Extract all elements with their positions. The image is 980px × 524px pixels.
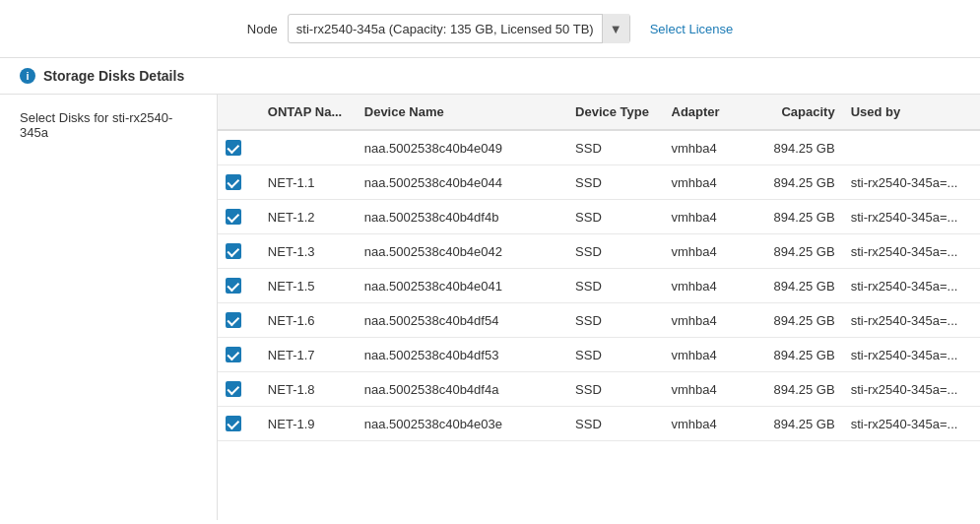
node-select-text: sti-rx2540-345a (Capacity: 135 GB, Licen… xyxy=(289,22,602,36)
cell-capacity: 894.25 GB xyxy=(748,372,842,407)
node-label: Node xyxy=(247,22,278,36)
cell-ontap: NET-1.8 xyxy=(260,372,357,407)
table-container: ONTAP Na... Device Name Device Type Adap… xyxy=(217,95,980,520)
cell-device: naa.5002538c40b4df4a xyxy=(357,372,567,407)
cell-device: naa.5002538c40b4e042 xyxy=(357,234,567,269)
info-icon: i xyxy=(20,68,35,84)
cell-capacity: 894.25 GB xyxy=(748,165,842,200)
cell-adapter: vmhba4 xyxy=(664,338,749,372)
cell-usedby: sti-rx2540-345a=... xyxy=(843,303,980,338)
cell-ontap: NET-1.9 xyxy=(260,407,357,441)
cell-capacity: 894.25 GB xyxy=(748,303,842,338)
table-row: NET-1.6naa.5002538c40b4df54SSDvmhba4894.… xyxy=(218,303,980,338)
disks-table: ONTAP Na... Device Name Device Type Adap… xyxy=(218,95,980,441)
col-header-ontap: ONTAP Na... xyxy=(260,95,357,130)
checkbox[interactable] xyxy=(226,312,241,328)
checkbox[interactable] xyxy=(226,416,241,431)
main-content: Select Disks for sti-rx2540-345a ONTAP N… xyxy=(0,95,980,520)
cell-checkbox[interactable] xyxy=(218,269,260,303)
top-bar: Node sti-rx2540-345a (Capacity: 135 GB, … xyxy=(0,0,980,58)
cell-usedby: sti-rx2540-345a=... xyxy=(843,269,980,303)
cell-usedby: sti-rx2540-345a=... xyxy=(843,338,980,372)
cell-checkbox[interactable] xyxy=(218,303,260,338)
cell-ontap: NET-1.2 xyxy=(260,200,357,234)
table-row: NET-1.1naa.5002538c40b4e044SSDvmhba4894.… xyxy=(218,165,980,200)
table-row: NET-1.2naa.5002538c40b4df4bSSDvmhba4894.… xyxy=(218,200,980,234)
cell-usedby xyxy=(843,130,980,165)
left-panel: Select Disks for sti-rx2540-345a xyxy=(0,95,217,520)
cell-adapter: vmhba4 xyxy=(664,165,749,200)
table-header-row: ONTAP Na... Device Name Device Type Adap… xyxy=(218,95,980,130)
col-header-type: Device Type xyxy=(567,95,663,130)
cell-adapter: vmhba4 xyxy=(664,130,749,165)
cell-usedby: sti-rx2540-345a=... xyxy=(843,372,980,407)
cell-type: SSD xyxy=(567,234,663,269)
table-row: NET-1.8naa.5002538c40b4df4aSSDvmhba4894.… xyxy=(218,372,980,407)
table-row: NET-1.9naa.5002538c40b4e03eSSDvmhba4894.… xyxy=(218,407,980,441)
cell-type: SSD xyxy=(567,407,663,441)
checkbox[interactable] xyxy=(226,347,241,362)
cell-ontap xyxy=(260,130,357,165)
col-header-adapter: Adapter xyxy=(664,95,749,130)
cell-type: SSD xyxy=(567,338,663,372)
cell-adapter: vmhba4 xyxy=(664,303,749,338)
cell-type: SSD xyxy=(567,130,663,165)
cell-type: SSD xyxy=(567,303,663,338)
cell-type: SSD xyxy=(567,269,663,303)
cell-ontap: NET-1.5 xyxy=(260,269,357,303)
cell-checkbox[interactable] xyxy=(218,372,260,407)
node-dropdown-chevron[interactable]: ▼ xyxy=(602,14,629,43)
select-license-link[interactable]: Select License xyxy=(650,22,734,36)
cell-adapter: vmhba4 xyxy=(664,234,749,269)
checkbox[interactable] xyxy=(226,209,241,225)
cell-ontap: NET-1.6 xyxy=(260,303,357,338)
cell-device: naa.5002538c40b4df4b xyxy=(357,200,567,234)
checkbox[interactable] xyxy=(226,140,241,156)
cell-adapter: vmhba4 xyxy=(664,269,749,303)
section-title: Storage Disks Details xyxy=(43,68,184,84)
table-scroll[interactable]: ONTAP Na... Device Name Device Type Adap… xyxy=(218,95,980,520)
cell-usedby: sti-rx2540-345a=... xyxy=(843,407,980,441)
section-header: i Storage Disks Details xyxy=(0,58,980,95)
cell-checkbox[interactable] xyxy=(218,200,260,234)
cell-adapter: vmhba4 xyxy=(664,407,749,441)
cell-device: naa.5002538c40b4df53 xyxy=(357,338,567,372)
cell-usedby: sti-rx2540-345a=... xyxy=(843,200,980,234)
cell-capacity: 894.25 GB xyxy=(748,269,842,303)
cell-ontap: NET-1.1 xyxy=(260,165,357,200)
cell-capacity: 894.25 GB xyxy=(748,200,842,234)
select-disks-label: Select Disks for sti-rx2540-345a xyxy=(20,110,172,140)
cell-type: SSD xyxy=(567,372,663,407)
cell-device: naa.5002538c40b4e041 xyxy=(357,269,567,303)
checkbox[interactable] xyxy=(226,381,241,397)
cell-adapter: vmhba4 xyxy=(664,200,749,234)
cell-capacity: 894.25 GB xyxy=(748,234,842,269)
col-header-device: Device Name xyxy=(357,95,567,130)
col-header-capacity: Capacity xyxy=(748,95,842,130)
cell-type: SSD xyxy=(567,200,663,234)
cell-checkbox[interactable] xyxy=(218,165,260,200)
cell-checkbox[interactable] xyxy=(218,407,260,441)
cell-capacity: 894.25 GB xyxy=(748,407,842,441)
cell-usedby: sti-rx2540-345a=... xyxy=(843,165,980,200)
cell-checkbox[interactable] xyxy=(218,130,260,165)
cell-adapter: vmhba4 xyxy=(664,372,749,407)
node-select-wrapper[interactable]: sti-rx2540-345a (Capacity: 135 GB, Licen… xyxy=(288,14,630,43)
cell-checkbox[interactable] xyxy=(218,338,260,372)
cell-ontap: NET-1.7 xyxy=(260,338,357,372)
cell-checkbox[interactable] xyxy=(218,234,260,269)
table-row: NET-1.3naa.5002538c40b4e042SSDvmhba4894.… xyxy=(218,234,980,269)
cell-capacity: 894.25 GB xyxy=(748,130,842,165)
col-header-check xyxy=(218,95,260,130)
cell-capacity: 894.25 GB xyxy=(748,338,842,372)
cell-usedby: sti-rx2540-345a=... xyxy=(843,234,980,269)
cell-type: SSD xyxy=(567,165,663,200)
checkbox[interactable] xyxy=(226,278,241,294)
table-row: NET-1.7naa.5002538c40b4df53SSDvmhba4894.… xyxy=(218,338,980,372)
table-row: NET-1.5naa.5002538c40b4e041SSDvmhba4894.… xyxy=(218,269,980,303)
cell-device: naa.5002538c40b4e03e xyxy=(357,407,567,441)
checkbox[interactable] xyxy=(226,174,241,190)
checkbox[interactable] xyxy=(226,243,241,259)
cell-device: naa.5002538c40b4e044 xyxy=(357,165,567,200)
col-header-usedby: Used by xyxy=(843,95,980,130)
